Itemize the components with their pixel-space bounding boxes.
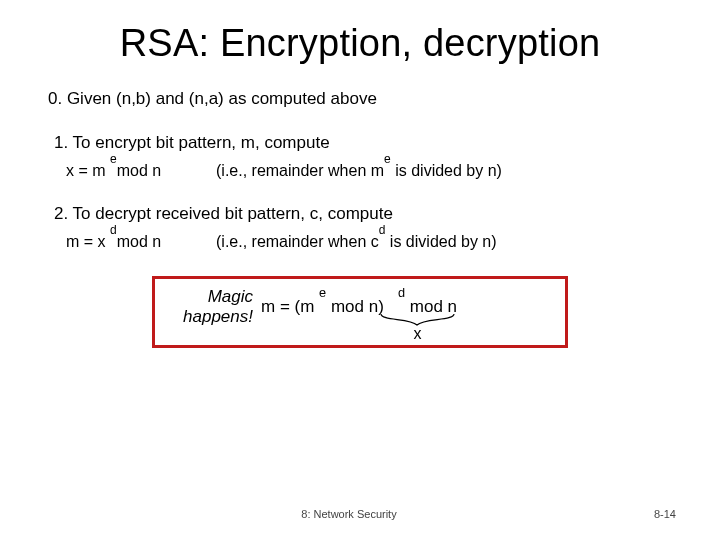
step-1-heading: 1. To encrypt bit pattern, m, compute — [44, 133, 676, 153]
footer-center: 8: Network Security — [301, 508, 396, 520]
step1-remainder-sup: e — [384, 152, 391, 166]
footer-page-number: 8-14 — [654, 508, 676, 520]
step1-formula-sup: e — [110, 152, 117, 166]
magic-label-line1: Magic — [208, 287, 253, 306]
magic-box: Magic happens! m = (m e mod n) d mod n x — [152, 276, 568, 348]
step-0: 0. Given (n,b) and (n,a) as computed abo… — [44, 89, 676, 109]
step2-remainder-sup: d — [379, 223, 386, 237]
magic-formula-sup1: e — [319, 285, 326, 300]
magic-label: Magic happens! — [167, 287, 253, 328]
step2-formula-pre: m = x — [66, 234, 110, 251]
magic-label-line2: happens! — [183, 307, 253, 326]
step2-formula-sup: d — [110, 223, 117, 237]
step-1-detail: x = m emod n (i.e., remainder when me is… — [44, 159, 676, 180]
magic-formula-part2: mod n) — [326, 296, 384, 315]
step2-remainder-post: is divided by n) — [385, 234, 496, 251]
step1-formula-pre: x = m — [66, 162, 110, 179]
underbrace: x — [380, 313, 455, 339]
magic-formula-sup2: d — [398, 285, 405, 300]
step2-remainder-pre: (i.e., remainder when c — [216, 234, 379, 251]
step-2-heading: 2. To decrypt received bit pattern, c, c… — [44, 204, 676, 224]
step2-formula-post: mod n — [117, 234, 161, 251]
slide-title: RSA: Encryption, decryption — [44, 22, 676, 65]
step1-remainder-pre: (i.e., remainder when m — [216, 162, 384, 179]
magic-formula-part1: m = (m — [261, 296, 319, 315]
underbrace-label: x — [380, 329, 455, 339]
step-2-detail: m = x dmod n (i.e., remainder when cd is… — [44, 230, 676, 251]
step1-remainder-post: is divided by n) — [391, 162, 502, 179]
footer: 8: Network Security 8-14 — [0, 508, 720, 520]
step1-formula-post: mod n — [117, 162, 161, 179]
